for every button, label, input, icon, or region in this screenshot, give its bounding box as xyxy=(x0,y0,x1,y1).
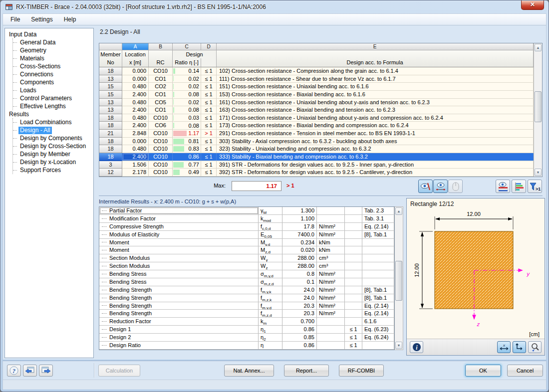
scroll-down-icon[interactable]: ▼ xyxy=(535,169,542,176)
report-button[interactable]: Report... xyxy=(284,365,329,377)
intermediate-row[interactable]: Compressive Strengthfc,0,d17.8N/mm²Eq. (… xyxy=(99,223,394,231)
intermediate-row[interactable]: Design 1η10.86≤ 1Eq. (6.23) xyxy=(99,326,394,334)
table-row[interactable]: 130.480CO50.02≤ 1161) Cross-section resi… xyxy=(99,99,534,107)
location-cell[interactable]: 2.178 xyxy=(122,169,149,176)
scrollbar-thumb[interactable] xyxy=(395,261,402,301)
scroll-up-icon[interactable]: ▲ xyxy=(535,44,542,51)
result-diagrams-button[interactable] xyxy=(496,180,510,193)
scrollbar-thumb[interactable] xyxy=(535,91,542,122)
menu-help[interactable]: Help xyxy=(58,14,82,24)
member-cell[interactable]: 18 xyxy=(99,153,122,161)
dimension-x-button[interactable]: x xyxy=(497,341,511,353)
intermediate-row[interactable]: Bending Strengthfm,y,d20.3N/mm²Eq. (2.14… xyxy=(99,302,394,310)
ratio-cell[interactable]: 1.17 xyxy=(173,130,201,137)
sidebar-item-design-by-cross-section[interactable]: Design by Cross-Section xyxy=(13,142,93,150)
member-cell[interactable]: 18 xyxy=(99,67,122,75)
location-cell[interactable]: 2.400 xyxy=(122,91,149,98)
member-cell[interactable]: 18 xyxy=(99,122,122,130)
column-letter-d[interactable]: D xyxy=(201,43,217,50)
rc-cell[interactable]: CO1 xyxy=(149,75,173,83)
ratio-cell[interactable]: 0.81 xyxy=(173,138,201,145)
intermediate-label-cell[interactable]: Section Modulus xyxy=(99,262,259,270)
intermediate-label-cell[interactable]: Bending Strength xyxy=(99,294,259,302)
nat-annex-button[interactable]: Nat. Annex... xyxy=(224,365,274,377)
intermediate-label-cell[interactable]: Bending Stress xyxy=(99,270,259,278)
location-cell[interactable]: 2.400 xyxy=(122,153,149,161)
column-letter-a[interactable]: A xyxy=(122,43,149,50)
location-cell[interactable]: 0.000 xyxy=(122,75,149,83)
sidebar-item-control-parameters[interactable]: Control Parameters xyxy=(13,94,93,102)
rc-cell[interactable]: CO1 xyxy=(149,106,173,114)
rc-cell[interactable]: CO5 xyxy=(149,99,173,106)
intermediate-label-cell[interactable]: Compressive Strength xyxy=(99,223,259,230)
scroll-up-icon[interactable]: ▲ xyxy=(395,207,402,215)
intermediate-row[interactable]: MomentMy,d0.234kNm xyxy=(99,239,394,247)
ratio-cell[interactable]: 0.49 xyxy=(173,169,201,176)
member-cell[interactable]: 12 xyxy=(99,169,122,177)
intermediate-row[interactable]: Bending Stressσm,z,d0.1N/mm² xyxy=(99,278,394,286)
formula-cell[interactable]: 102) Cross-section resistance - Compress… xyxy=(217,67,534,75)
member-cell[interactable]: 13 xyxy=(99,75,122,83)
table-row[interactable]: 212.848CO101.17> 1291) Cross-section res… xyxy=(99,130,534,138)
calculation-button[interactable]: Calculation xyxy=(98,365,140,377)
intermediate-row[interactable]: Design 2η20.85≤ 1Eq. (6.24) xyxy=(99,334,394,342)
sidebar-item-support-forces[interactable]: Support Forces xyxy=(13,166,93,174)
location-cell[interactable]: 1.506 xyxy=(122,161,149,169)
ratio-cell[interactable]: 0.14 xyxy=(173,67,201,75)
rc-cell[interactable]: CO10 xyxy=(149,114,173,122)
formula-cell[interactable]: 391) STR - Deformations for design value… xyxy=(217,161,534,169)
ratio-cell[interactable]: 0.08 xyxy=(173,122,201,129)
column-letter-b[interactable]: B xyxy=(149,43,173,50)
sidebar-item-materials[interactable]: Materials xyxy=(13,54,93,62)
formula-cell[interactable]: 151) Cross-section resistance - Uniaxial… xyxy=(217,83,534,90)
formula-cell[interactable]: 163) Cross-section resistance - Biaxial … xyxy=(217,106,534,114)
rc-cell[interactable]: CO10 xyxy=(149,138,173,145)
table-row[interactable]: 180.000CO100.14≤ 1102) Cross-section res… xyxy=(99,67,534,75)
formula-cell[interactable]: 171) Cross-section resistance - Uniaxial… xyxy=(217,114,534,122)
table-row[interactable]: 132.400CO10.08≤ 1163) Cross-section resi… xyxy=(99,106,534,114)
ratio-cell[interactable]: 0.02 xyxy=(173,99,201,106)
formula-cell[interactable]: 111) Cross-section resistance - Shear du… xyxy=(217,75,534,83)
table-row[interactable]: 182.400CO60.08≤ 1173) Cross-section resi… xyxy=(99,122,534,130)
member-cell[interactable]: 13 xyxy=(99,106,122,114)
next-panel-button[interactable] xyxy=(39,365,53,377)
rc-cell[interactable]: CO10 xyxy=(149,145,173,153)
intermediate-label-cell[interactable]: Modulus of Elasticity xyxy=(99,231,259,238)
sidebar-item-cross-sections[interactable]: Cross-Sections xyxy=(13,62,93,70)
rc-cell[interactable]: CO1 xyxy=(149,91,173,98)
intermediate-row[interactable]: Bending Strengthfm,z,k24.0N/mm²[8], Tab.… xyxy=(99,294,394,302)
rf-combi-button[interactable]: RF-COMBI xyxy=(339,365,384,377)
zoom-cursor-button[interactable] xyxy=(528,341,542,353)
formula-cell[interactable]: 392) STR - Deformations for design value… xyxy=(217,169,534,176)
sidebar-item-design-by-member[interactable]: Design by Member xyxy=(13,150,93,158)
cancel-button[interactable]: Cancel xyxy=(507,365,543,377)
menu-settings[interactable]: Settings xyxy=(25,14,58,24)
ok-button[interactable]: OK xyxy=(465,365,501,377)
ratio-cell[interactable]: 0.83 xyxy=(173,145,201,153)
location-cell[interactable]: 2.848 xyxy=(122,130,149,137)
location-cell[interactable]: 0.480 xyxy=(122,145,149,153)
table-row[interactable]: 180.480CO100.83≤ 1323) Stability - Uniax… xyxy=(99,145,534,153)
ratio-cell[interactable]: 0.02 xyxy=(173,83,201,90)
ratio-cell[interactable]: 0.08 xyxy=(173,91,201,98)
ratio-cell[interactable]: 0.02 xyxy=(173,75,201,83)
member-cell[interactable]: 15 xyxy=(99,83,122,91)
intermediate-row[interactable]: Reduction Factorkm0.7006.1.6 xyxy=(99,318,394,326)
info-button[interactable]: i xyxy=(410,341,423,353)
table-row[interactable]: 31.506CO100.77≤ 1391) STR - Deformations… xyxy=(99,161,534,169)
intermediate-row[interactable]: Modification Factorkmod1.100Tab. 3.1 xyxy=(99,215,394,223)
intermediate-scrollbar[interactable]: ▲ ▼ xyxy=(395,206,403,350)
location-cell[interactable]: 0.000 xyxy=(122,138,149,145)
intermediate-label-cell[interactable]: Bending Strength xyxy=(99,286,259,294)
location-cell[interactable]: 0.480 xyxy=(122,83,149,90)
intermediate-label-cell[interactable]: Reduction Factor xyxy=(99,318,259,325)
table-row[interactable]: 130.000CO10.02≤ 1111) Cross-section resi… xyxy=(99,75,534,83)
sidebar-item-effective-lengths[interactable]: Effective Lengths xyxy=(13,102,93,110)
member-cell[interactable]: 21 xyxy=(99,130,122,138)
location-cell[interactable]: 2.400 xyxy=(122,106,149,114)
member-cell[interactable]: 13 xyxy=(99,99,122,107)
intermediate-row[interactable]: Section ModulusWz288.00cm³ xyxy=(99,262,394,270)
intermediate-label-cell[interactable]: Design Ratio xyxy=(99,342,259,349)
colored-ratio-bars-button[interactable] xyxy=(512,180,526,193)
intermediate-label-cell[interactable]: Bending Strength xyxy=(99,310,259,317)
